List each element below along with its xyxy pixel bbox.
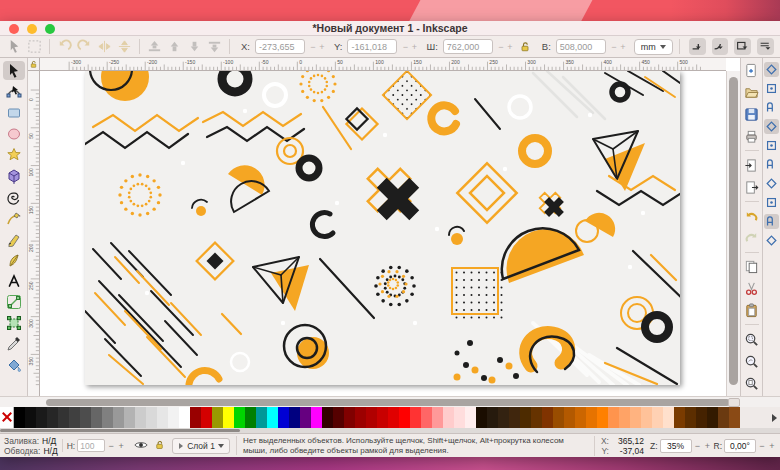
lower-icon[interactable] [186,38,203,55]
palette-swatch[interactable] [663,407,674,428]
palette-swatch[interactable] [190,407,201,428]
palette-swatch[interactable] [432,407,443,428]
palette-swatch[interactable] [157,407,168,428]
save-icon[interactable] [743,106,761,124]
zoom-page-icon[interactable] [743,374,761,392]
vertical-scrollbar-thumb[interactable] [729,77,738,385]
palette-swatch[interactable] [135,407,146,428]
tool-bezier-pen[interactable] [3,229,25,248]
palette-swatch[interactable] [421,407,432,428]
palette-swatch[interactable] [619,407,630,428]
unit-dropdown[interactable]: mm [634,39,673,55]
palette-swatch[interactable] [377,407,388,428]
tool-ellipse[interactable] [3,124,25,143]
zoom-field[interactable]: 35% [660,439,692,453]
palette-swatch[interactable] [443,407,454,428]
palette-swatch[interactable] [729,407,740,428]
palette-swatch[interactable] [597,407,608,428]
snap-grid-icon[interactable] [764,233,779,248]
palette-swatch[interactable] [256,407,267,428]
snap-page-border-icon[interactable] [764,214,779,229]
tool-selector[interactable] [3,61,25,80]
layer-selector[interactable]: Слой 1 [172,438,230,454]
no-color-swatch[interactable] [0,407,14,428]
snap-bbox-icon[interactable] [764,81,779,96]
palette-scrollbar[interactable] [0,428,780,433]
palette-swatch[interactable] [531,407,542,428]
cut-icon[interactable] [743,280,761,298]
rotate-cw-icon[interactable] [76,38,93,55]
rotation-minus[interactable]: − [758,441,766,451]
palette-swatch[interactable] [212,407,223,428]
height-spinner[interactable]: −+ [610,42,627,52]
palette-swatch[interactable] [322,407,333,428]
palette-swatch[interactable] [674,407,685,428]
palette-swatch[interactable] [465,407,476,428]
rotation-plus[interactable]: + [768,441,776,451]
tool-connector[interactable] [3,292,25,311]
snap-others-icon[interactable] [764,195,779,210]
canvas-viewport[interactable] [40,71,726,396]
palette-swatch[interactable] [179,407,190,428]
tool-node-editor[interactable] [3,82,25,101]
palette-swatch[interactable] [685,407,696,428]
palette-swatch[interactable] [80,407,91,428]
palette-swatch[interactable] [278,407,289,428]
tool-pencil[interactable] [3,208,25,227]
palette-swatch[interactable] [487,407,498,428]
palette-swatch[interactable] [388,407,399,428]
layer-visibility-icon[interactable] [134,439,148,453]
y-field[interactable]: -161,018 [347,39,397,54]
palette-swatch[interactable] [476,407,487,428]
flip-horizontal-icon[interactable] [96,38,113,55]
palette-swatch[interactable] [146,407,157,428]
palette-overflow-arrow[interactable] [768,407,780,428]
palette-swatch[interactable] [47,407,58,428]
palette-swatch[interactable] [707,407,718,428]
horizontal-scrollbar-thumb[interactable] [46,399,730,406]
deselect-icon[interactable] [26,38,43,55]
layer-lock-icon[interactable] [154,439,165,453]
palette-swatch[interactable] [267,407,278,428]
palette-swatch[interactable] [509,407,520,428]
transform-corners-toggle[interactable] [757,38,774,55]
opacity-field[interactable]: 100 [77,439,105,452]
palette-swatch[interactable] [289,407,300,428]
snap-paths-icon[interactable] [764,138,779,153]
zoom-plus[interactable]: + [704,441,712,451]
snap-enable-icon[interactable] [764,62,779,77]
palette-swatch[interactable] [498,407,509,428]
x-spinner[interactable]: −+ [309,42,326,52]
palette-swatch[interactable] [69,407,80,428]
sticky-zoom-icon[interactable] [728,398,740,407]
palette-swatch[interactable] [630,407,641,428]
document-page[interactable] [85,71,680,385]
palette-swatch[interactable] [641,407,652,428]
height-field[interactable]: 508,000 [556,39,606,54]
palette-swatch[interactable] [586,407,597,428]
palette-swatch[interactable] [410,407,421,428]
raise-icon[interactable] [166,38,183,55]
zoom-drawing-icon[interactable] [743,352,761,370]
fill-stroke-indicator[interactable]: Заливка:Н/Д Обводка:Н/Д [4,436,58,456]
export-icon[interactable] [743,178,761,196]
palette-swatch[interactable] [575,407,586,428]
undo-icon[interactable] [743,207,761,225]
open-icon[interactable] [743,84,761,102]
paste-icon[interactable] [743,302,761,320]
tool-calligraphy[interactable] [3,250,25,269]
palette-swatch[interactable] [311,407,322,428]
tool-box-3d[interactable] [3,166,25,185]
horizontal-scrollbar[interactable] [0,396,780,407]
snap-bbox-edges-icon[interactable] [764,100,779,115]
palette-swatch[interactable] [454,407,465,428]
import-icon[interactable] [743,156,761,174]
width-spinner[interactable]: −+ [497,42,514,52]
palette-swatch[interactable] [102,407,113,428]
move-gradients-toggle[interactable] [689,38,706,55]
palette-swatch[interactable] [245,407,256,428]
palette-swatch[interactable] [234,407,245,428]
vertical-ruler[interactable]: 050100150200250300350 [28,71,40,396]
tool-transform[interactable] [3,313,25,332]
horizontal-ruler[interactable]: -300-250-200-150-100-5005010015020025030… [40,58,726,71]
